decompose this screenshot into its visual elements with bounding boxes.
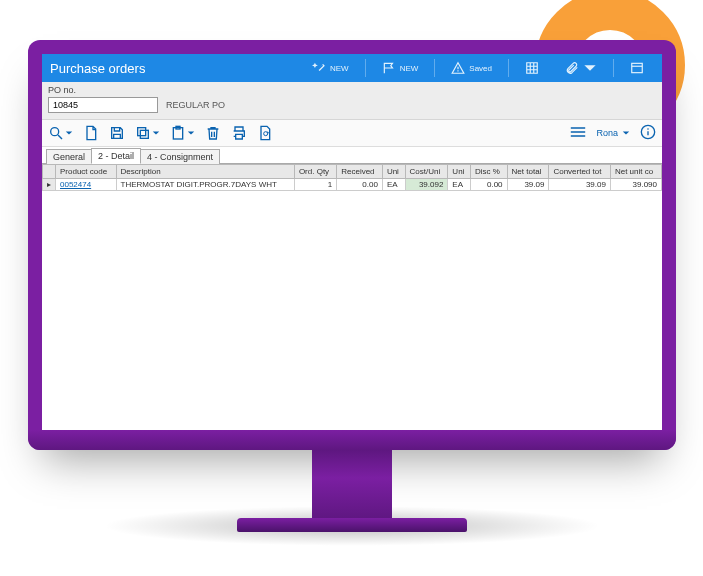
svg-rect-4 bbox=[140, 130, 148, 138]
app-window: Purchase orders NEW NEW Saved bbox=[42, 54, 662, 436]
panel-icon bbox=[630, 61, 644, 75]
print-icon bbox=[231, 125, 247, 141]
col-uni2[interactable]: Uni bbox=[448, 165, 471, 179]
chevron-down-icon bbox=[187, 129, 195, 137]
paste-icon bbox=[170, 125, 186, 141]
svg-rect-0 bbox=[632, 63, 643, 72]
search-icon bbox=[48, 125, 64, 141]
panel-toggle-button[interactable] bbox=[620, 54, 654, 82]
chevron-down-icon bbox=[152, 129, 160, 137]
col-cost-uni[interactable]: Cost/Uni bbox=[405, 165, 448, 179]
save-button[interactable] bbox=[109, 125, 125, 141]
detail-grid[interactable]: Product code Description Ord. Qty Receiv… bbox=[42, 164, 662, 436]
document-icon bbox=[83, 125, 99, 141]
titlebar: Purchase orders NEW NEW Saved bbox=[42, 54, 662, 82]
info-icon bbox=[640, 124, 656, 140]
po-header: PO no. REGULAR PO bbox=[42, 82, 662, 120]
new-flag-button[interactable]: NEW bbox=[372, 54, 429, 82]
tab-consignment[interactable]: 4 - Consignment bbox=[140, 149, 220, 164]
svg-rect-5 bbox=[138, 128, 146, 136]
account-dropdown[interactable]: Rona bbox=[596, 128, 630, 138]
cell-ord-qty[interactable]: 1 bbox=[294, 179, 336, 191]
copy-button[interactable] bbox=[135, 125, 160, 141]
tab-general[interactable]: General bbox=[46, 149, 92, 164]
col-converted-tot[interactable]: Converted tot bbox=[549, 165, 611, 179]
saved-status[interactable]: Saved bbox=[441, 54, 502, 82]
svg-point-10 bbox=[647, 128, 649, 130]
col-ord-qty[interactable]: Ord. Qty bbox=[294, 165, 336, 179]
col-disc[interactable]: Disc % bbox=[471, 165, 508, 179]
print-button[interactable] bbox=[231, 125, 247, 141]
cell-converted-tot[interactable]: 39.09 bbox=[549, 179, 611, 191]
tab-detail[interactable]: 2 - Detail bbox=[91, 148, 141, 164]
save-icon bbox=[109, 125, 125, 141]
new-wizard-button[interactable]: NEW bbox=[302, 54, 359, 82]
po-number-input[interactable] bbox=[48, 97, 158, 113]
col-uni1[interactable]: Uni bbox=[382, 165, 405, 179]
cell-disc[interactable]: 0.00 bbox=[471, 179, 508, 191]
warning-icon bbox=[451, 61, 465, 75]
info-button[interactable] bbox=[640, 124, 656, 142]
table-row[interactable]: ▸ 0052474 THERMOSTAT DIGIT.PROGR.7DAYS W… bbox=[43, 179, 662, 191]
refresh-doc-button[interactable] bbox=[257, 125, 273, 141]
svg-point-2 bbox=[51, 128, 59, 136]
chevron-down-icon bbox=[65, 129, 73, 137]
toolbar: Rona bbox=[42, 120, 662, 147]
cell-product-code[interactable]: 0052474 bbox=[56, 179, 117, 191]
chevron-down-icon bbox=[622, 129, 630, 137]
po-type-label: REGULAR PO bbox=[166, 100, 225, 110]
cell-uni2[interactable]: EA bbox=[448, 179, 471, 191]
page-title: Purchase orders bbox=[50, 61, 145, 76]
col-received[interactable]: Received bbox=[337, 165, 383, 179]
new-doc-button[interactable] bbox=[83, 125, 99, 141]
monitor-mockup: Purchase orders NEW NEW Saved bbox=[28, 40, 676, 540]
grid-view-button[interactable] bbox=[515, 54, 549, 82]
doc-refresh-icon bbox=[257, 125, 273, 141]
copy-icon bbox=[135, 125, 151, 141]
cell-net-unit-co[interactable]: 39.090 bbox=[610, 179, 661, 191]
col-description[interactable]: Description bbox=[116, 165, 294, 179]
cell-net-total[interactable]: 39.09 bbox=[507, 179, 549, 191]
cell-uni1[interactable]: EA bbox=[382, 179, 405, 191]
attachment-button[interactable] bbox=[555, 54, 607, 82]
paste-button[interactable] bbox=[170, 125, 195, 141]
col-net-total[interactable]: Net total bbox=[507, 165, 549, 179]
trash-icon bbox=[205, 125, 221, 141]
grid-icon bbox=[525, 61, 539, 75]
col-product-code[interactable]: Product code bbox=[56, 165, 117, 179]
delete-button[interactable] bbox=[205, 125, 221, 141]
cell-cost-uni[interactable]: 39.092 bbox=[405, 179, 448, 191]
menu-button[interactable] bbox=[570, 125, 586, 141]
search-button[interactable] bbox=[48, 125, 73, 141]
chevron-down-icon bbox=[583, 61, 597, 75]
po-number-label: PO no. bbox=[48, 85, 656, 95]
flag-icon bbox=[382, 61, 396, 75]
paperclip-icon bbox=[565, 61, 579, 75]
wand-icon bbox=[312, 61, 326, 75]
cell-received[interactable]: 0.00 bbox=[337, 179, 383, 191]
col-net-unit-co[interactable]: Net unit co bbox=[610, 165, 661, 179]
svg-line-3 bbox=[58, 135, 62, 139]
cell-description[interactable]: THERMOSTAT DIGIT.PROGR.7DAYS WHT bbox=[116, 179, 294, 191]
hamburger-icon bbox=[570, 125, 586, 139]
row-handle[interactable]: ▸ bbox=[43, 179, 56, 191]
tabs: General 2 - Detail 4 - Consignment bbox=[42, 147, 662, 164]
